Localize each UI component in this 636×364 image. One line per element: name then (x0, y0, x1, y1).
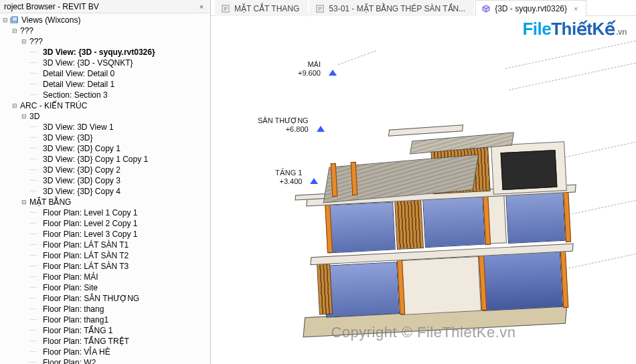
tree-connector: ┈┈ (29, 325, 42, 336)
tree-item[interactable]: ┈┈Floor Plan: VỈA HÈ (1, 347, 210, 357)
tree-connector: ┈┈ (29, 240, 42, 250)
svg-rect-1 (12, 17, 17, 21)
collapse-icon[interactable]: ⊟ (20, 197, 28, 207)
tree-item[interactable]: ┈┈3D View: {3D} (1, 132, 210, 143)
tree-item[interactable]: ┈┈Floor Plan: Level 2 Copy 1 (1, 218, 210, 229)
tree-item[interactable]: ┈┈3D View: 3D View 1 (1, 122, 210, 132)
tree-label: Floor Plan: Site (42, 282, 98, 293)
tree-label: Floor Plan: W2 (42, 357, 96, 364)
tree-root-views[interactable]: ⊟ Views (Wixcons) (1, 15, 210, 25)
viewport-3d[interactable]: MÁI +9.600 SÂN THƯỢNG +6.800 TẦNG 1 +3.4… (211, 16, 636, 364)
tree-label: 3D View: {3D} Copy 4 (42, 186, 121, 197)
tree-connector: ┈┈ (29, 79, 42, 90)
collapse-icon[interactable]: ⊟ (1, 15, 9, 25)
tree-label: 3D View: {3D - syquy.rvt0326} (42, 47, 155, 58)
tree-label: 3D View: {3D} Copy 1 Copy 1 (42, 154, 148, 165)
tree-item[interactable]: ┈┈Detail View: Detail 1 (1, 79, 210, 90)
tree-item[interactable]: ┈┈Floor Plan: LÁT SÀN T3 (1, 261, 210, 272)
watermark-logo: FileThiếtKế.vn (522, 19, 627, 39)
tree-label: Floor Plan: LÁT SÀN T3 (42, 261, 129, 272)
tree-label: Floor Plan: Level 2 Copy 1 (42, 218, 137, 229)
tree-connector: ┈┈ (29, 336, 42, 347)
tab-label: {3D - syquy.rvt0326} (495, 4, 567, 13)
tree-label: ??? (19, 25, 33, 36)
tree-label: Floor Plan: Level 3 Copy 1 (42, 229, 137, 240)
tree-item[interactable]: ┈┈Section: Section 3 (1, 90, 210, 100)
tree-label: Floor Plan: TẦNG 1 (42, 325, 112, 336)
tab-3d-view[interactable]: {3D - syquy.rvt0326} × (475, 0, 586, 16)
tree-connector: ┈┈ (29, 218, 42, 229)
tree-item[interactable]: ┈┈3D View: {3D} Copy 1 (1, 143, 210, 154)
tree-node[interactable]: ⊟ ??? (1, 36, 210, 47)
tree-item[interactable]: ┈┈Floor Plan: W2 (1, 357, 210, 364)
tree-item[interactable]: ┈┈3D View: {3D} Copy 4 (1, 186, 210, 197)
tree-item[interactable]: ┈┈Detail View: Detail 0 (1, 68, 210, 79)
tree-connector: ┈┈ (29, 68, 42, 79)
tree-label: Views (Wixcons) (20, 15, 80, 25)
sheet-icon (315, 4, 325, 13)
panel-close-button[interactable]: × (197, 2, 206, 11)
tab-section[interactable]: MẶT CẮT THANG (215, 0, 308, 16)
tree-item[interactable]: ┈┈Floor Plan: Site (1, 282, 210, 293)
collapse-icon[interactable]: ⊟ (20, 111, 28, 122)
watermark-copyright: Copyright © FileThietKe.vn (331, 324, 515, 341)
tree-item[interactable]: ┈┈Floor Plan: thang1 (1, 314, 210, 325)
tree-item[interactable]: ┈┈Floor Plan: LÁT SÀN T1 (1, 240, 210, 250)
level-name: MÁI (298, 60, 321, 69)
tree-item[interactable]: ┈┈Floor Plan: thang (1, 304, 210, 314)
tree-node-3d[interactable]: ⊟ 3D (1, 111, 210, 122)
tree-item[interactable]: ┈┈Floor Plan: Level 1 Copy 1 (1, 207, 210, 218)
tree-connector: ┈┈ (29, 143, 42, 154)
tree-item[interactable]: ┈┈3D View: {3D} Copy 2 (1, 165, 210, 175)
tree-label: Floor Plan: SÂN THƯỢNG (42, 293, 139, 304)
view-tabs: MẶT CẮT THANG 53-01 - MẶT BẰNG THÉP SÀN … (211, 0, 636, 16)
tree-node-arc[interactable]: ⊟ ARC - KIẾN TRÚC (1, 100, 210, 111)
tree-item[interactable]: ┈┈Floor Plan: LÁT SÀN T2 (1, 250, 210, 261)
tree-item[interactable]: ┈┈3D View: {3D - VSQNKT} (1, 58, 210, 68)
tree-connector: ┈┈ (29, 175, 42, 186)
tree-item[interactable]: ┈┈Floor Plan: TẦNG 1 (1, 325, 210, 336)
collapse-icon[interactable]: ⊟ (20, 36, 28, 47)
tree-connector: ┈┈ (29, 347, 42, 357)
tree-connector: ┈┈ (29, 122, 42, 132)
tree-label: Floor Plan: VỈA HÈ (42, 347, 110, 357)
tree-connector: ┈┈ (29, 58, 42, 68)
collapse-icon[interactable]: ⊟ (11, 25, 19, 36)
tree-connector: ┈┈ (29, 165, 42, 175)
logo-part-vn: .vn (616, 27, 627, 37)
tree-item[interactable]: ┈┈Floor Plan: TẦNG TRỆT (1, 336, 210, 347)
collapse-icon[interactable]: ⊟ (11, 100, 19, 111)
tree-connector: ┈┈ (29, 272, 42, 282)
tree-label: ARC - KIẾN TRÚC (19, 100, 87, 111)
tree-label: Floor Plan: MÁI (42, 272, 98, 282)
tree-label: Floor Plan: LÁT SÀN T2 (42, 250, 129, 261)
tree-connector: ┈┈ (29, 304, 42, 314)
project-browser-panel: roject Browser - REVIT BV × ⊟ Views (Wix… (0, 0, 211, 364)
tree-item-active[interactable]: ┈┈ 3D View: {3D - syquy.rvt0326} (1, 47, 210, 58)
tree-label: Section: Section 3 (42, 90, 108, 100)
tree-label: MẶT BẰNG (28, 197, 71, 207)
tree-connector: ┈┈ (29, 250, 42, 261)
logo-part-b: ThiếtKế (551, 19, 615, 39)
tree-node-matbang[interactable]: ⊟ MẶT BẰNG (1, 197, 210, 207)
tree-label: 3D View: {3D - VSQNKT} (42, 58, 133, 68)
tree-item[interactable]: ┈┈3D View: {3D} Copy 1 Copy 1 (1, 154, 210, 165)
tree-label: Floor Plan: thang (42, 304, 104, 314)
tree-item[interactable]: ┈┈3D View: {3D} Copy 3 (1, 175, 210, 186)
tree-node[interactable]: ⊟ ??? (1, 25, 210, 36)
close-icon[interactable]: × (574, 5, 578, 13)
tree-item[interactable]: ┈┈Floor Plan: MÁI (1, 272, 210, 282)
tree-label: 3D View: {3D} Copy 1 (42, 143, 121, 154)
tree: ⊟ Views (Wixcons) ⊟ ??? ⊟ ??? ┈┈ 3D View… (0, 13, 210, 364)
level-label-mai: MÁI +9.600 (298, 60, 321, 78)
sheet-icon (221, 4, 230, 13)
tree-label: 3D View: {3D} Copy 3 (42, 175, 121, 186)
building-model (291, 76, 579, 344)
tree-connector: ┈┈ (29, 261, 42, 272)
tree-item[interactable]: ┈┈Floor Plan: SÂN THƯỢNG (1, 293, 210, 304)
tree-connector: ┈┈ (29, 282, 42, 293)
tree-label: ??? (28, 36, 43, 47)
tab-sheet[interactable]: 53-01 - MẶT BẰNG THÉP SÀN TẦN... (309, 0, 474, 16)
tree-item[interactable]: ┈┈Floor Plan: Level 3 Copy 1 (1, 229, 210, 240)
tree-connector: ┈┈ (29, 293, 42, 304)
